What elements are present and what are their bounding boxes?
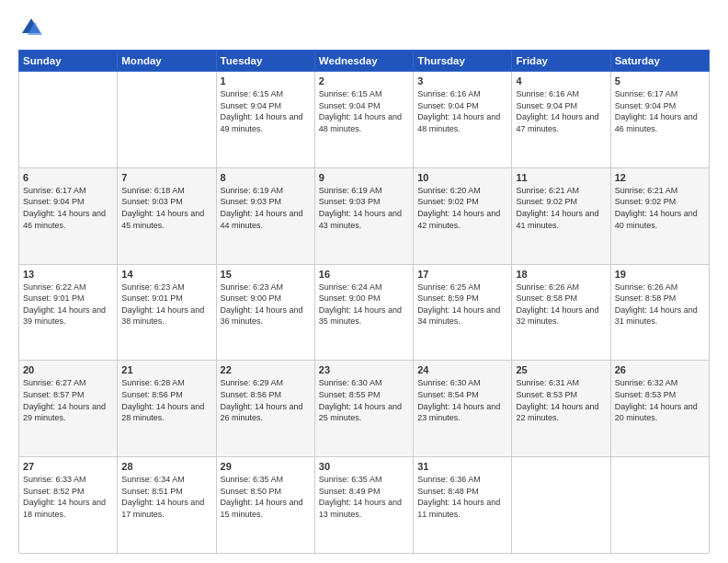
- day-cell: 9Sunrise: 6:19 AM Sunset: 9:03 PM Daylig…: [314, 167, 413, 264]
- day-number: 24: [417, 364, 507, 375]
- week-row-4: 20Sunrise: 6:27 AM Sunset: 8:57 PM Dayli…: [19, 361, 710, 457]
- day-number: 30: [319, 461, 409, 472]
- day-number: 16: [319, 269, 409, 280]
- day-info: Sunrise: 6:26 AM Sunset: 8:58 PM Dayligh…: [516, 282, 606, 327]
- day-number: 1: [221, 75, 311, 86]
- day-cell: 14Sunrise: 6:23 AM Sunset: 9:01 PM Dayli…: [118, 264, 216, 361]
- day-number: 4: [516, 75, 606, 86]
- day-info: Sunrise: 6:30 AM Sunset: 8:54 PM Dayligh…: [417, 377, 507, 423]
- day-info: Sunrise: 6:21 AM Sunset: 9:02 PM Dayligh…: [516, 185, 606, 231]
- calendar-table: SundayMondayTuesdayWednesdayThursdayFrid…: [18, 50, 710, 554]
- day-cell: 24Sunrise: 6:30 AM Sunset: 8:54 PM Dayli…: [414, 361, 512, 457]
- day-number: 7: [121, 172, 211, 183]
- day-number: 6: [23, 172, 113, 183]
- day-cell: [610, 457, 709, 554]
- day-number: 22: [221, 364, 311, 375]
- day-cell: 6Sunrise: 6:17 AM Sunset: 9:04 PM Daylig…: [19, 167, 118, 264]
- calendar-body: 1Sunrise: 6:15 AM Sunset: 9:04 PM Daylig…: [19, 72, 710, 554]
- day-info: Sunrise: 6:19 AM Sunset: 9:03 PM Dayligh…: [319, 185, 409, 231]
- day-cell: [118, 72, 216, 168]
- header: [18, 15, 710, 40]
- day-cell: 29Sunrise: 6:35 AM Sunset: 8:50 PM Dayli…: [216, 457, 314, 554]
- col-header-tuesday: Tuesday: [216, 51, 314, 72]
- day-number: 23: [319, 364, 409, 375]
- day-info: Sunrise: 6:17 AM Sunset: 9:04 PM Dayligh…: [615, 88, 705, 134]
- day-info: Sunrise: 6:24 AM Sunset: 9:00 PM Dayligh…: [319, 282, 409, 327]
- day-number: 11: [516, 172, 606, 183]
- day-info: Sunrise: 6:25 AM Sunset: 8:59 PM Dayligh…: [417, 282, 507, 327]
- page: SundayMondayTuesdayWednesdayThursdayFrid…: [0, 0, 728, 563]
- day-number: 25: [516, 364, 606, 375]
- day-info: Sunrise: 6:23 AM Sunset: 9:00 PM Dayligh…: [221, 282, 311, 327]
- day-info: Sunrise: 6:15 AM Sunset: 9:04 PM Dayligh…: [221, 88, 311, 134]
- day-info: Sunrise: 6:27 AM Sunset: 8:57 PM Dayligh…: [23, 377, 113, 423]
- day-number: 10: [417, 172, 507, 183]
- day-number: 31: [417, 461, 507, 472]
- day-info: Sunrise: 6:34 AM Sunset: 8:51 PM Dayligh…: [121, 474, 211, 520]
- day-info: Sunrise: 6:16 AM Sunset: 9:04 PM Dayligh…: [516, 88, 606, 134]
- day-cell: 4Sunrise: 6:16 AM Sunset: 9:04 PM Daylig…: [512, 72, 610, 168]
- day-cell: 26Sunrise: 6:32 AM Sunset: 8:53 PM Dayli…: [610, 361, 709, 457]
- col-header-thursday: Thursday: [414, 51, 512, 72]
- week-row-3: 13Sunrise: 6:22 AM Sunset: 9:01 PM Dayli…: [19, 264, 710, 361]
- day-cell: 1Sunrise: 6:15 AM Sunset: 9:04 PM Daylig…: [216, 72, 314, 168]
- day-info: Sunrise: 6:36 AM Sunset: 8:48 PM Dayligh…: [417, 474, 507, 520]
- day-info: Sunrise: 6:16 AM Sunset: 9:04 PM Dayligh…: [417, 88, 507, 134]
- day-info: Sunrise: 6:30 AM Sunset: 8:55 PM Dayligh…: [319, 377, 409, 423]
- day-info: Sunrise: 6:17 AM Sunset: 9:04 PM Dayligh…: [23, 185, 113, 231]
- col-header-friday: Friday: [512, 51, 610, 72]
- day-cell: 19Sunrise: 6:26 AM Sunset: 8:58 PM Dayli…: [610, 264, 709, 361]
- day-info: Sunrise: 6:35 AM Sunset: 8:50 PM Dayligh…: [221, 474, 311, 520]
- day-number: 27: [23, 461, 113, 472]
- day-info: Sunrise: 6:15 AM Sunset: 9:04 PM Dayligh…: [319, 88, 409, 134]
- day-number: 9: [319, 172, 409, 183]
- day-info: Sunrise: 6:18 AM Sunset: 9:03 PM Dayligh…: [121, 185, 211, 231]
- week-row-2: 6Sunrise: 6:17 AM Sunset: 9:04 PM Daylig…: [19, 167, 710, 264]
- day-number: 18: [516, 269, 606, 280]
- day-info: Sunrise: 6:29 AM Sunset: 8:56 PM Dayligh…: [221, 377, 311, 423]
- day-info: Sunrise: 6:20 AM Sunset: 9:02 PM Dayligh…: [417, 185, 507, 231]
- day-info: Sunrise: 6:23 AM Sunset: 9:01 PM Dayligh…: [121, 282, 211, 327]
- day-cell: 20Sunrise: 6:27 AM Sunset: 8:57 PM Dayli…: [19, 361, 118, 457]
- day-cell: 28Sunrise: 6:34 AM Sunset: 8:51 PM Dayli…: [118, 457, 216, 554]
- day-cell: [19, 72, 118, 168]
- day-cell: 2Sunrise: 6:15 AM Sunset: 9:04 PM Daylig…: [314, 72, 413, 168]
- day-number: 29: [221, 461, 311, 472]
- day-cell: 8Sunrise: 6:19 AM Sunset: 9:03 PM Daylig…: [216, 167, 314, 264]
- day-number: 3: [417, 75, 507, 86]
- day-cell: 25Sunrise: 6:31 AM Sunset: 8:53 PM Dayli…: [512, 361, 610, 457]
- day-cell: 23Sunrise: 6:30 AM Sunset: 8:55 PM Dayli…: [314, 361, 413, 457]
- day-cell: 11Sunrise: 6:21 AM Sunset: 9:02 PM Dayli…: [512, 167, 610, 264]
- col-header-monday: Monday: [118, 51, 216, 72]
- day-cell: 12Sunrise: 6:21 AM Sunset: 9:02 PM Dayli…: [610, 167, 709, 264]
- day-number: 2: [319, 75, 409, 86]
- day-cell: 22Sunrise: 6:29 AM Sunset: 8:56 PM Dayli…: [216, 361, 314, 457]
- day-cell: 31Sunrise: 6:36 AM Sunset: 8:48 PM Dayli…: [414, 457, 512, 554]
- day-info: Sunrise: 6:26 AM Sunset: 8:58 PM Dayligh…: [615, 282, 705, 327]
- day-number: 21: [121, 364, 211, 375]
- day-info: Sunrise: 6:32 AM Sunset: 8:53 PM Dayligh…: [615, 377, 705, 423]
- logo: [18, 15, 48, 40]
- logo-icon: [18, 15, 44, 40]
- day-info: Sunrise: 6:28 AM Sunset: 8:56 PM Dayligh…: [121, 377, 211, 423]
- week-row-1: 1Sunrise: 6:15 AM Sunset: 9:04 PM Daylig…: [19, 72, 710, 168]
- header-row: SundayMondayTuesdayWednesdayThursdayFrid…: [19, 51, 710, 72]
- day-cell: 18Sunrise: 6:26 AM Sunset: 8:58 PM Dayli…: [512, 264, 610, 361]
- day-number: 19: [615, 269, 705, 280]
- day-number: 5: [615, 75, 705, 86]
- day-number: 17: [417, 269, 507, 280]
- day-cell: 16Sunrise: 6:24 AM Sunset: 9:00 PM Dayli…: [314, 264, 413, 361]
- day-info: Sunrise: 6:31 AM Sunset: 8:53 PM Dayligh…: [516, 377, 606, 423]
- day-info: Sunrise: 6:21 AM Sunset: 9:02 PM Dayligh…: [615, 185, 705, 231]
- day-number: 12: [615, 172, 705, 183]
- day-number: 26: [615, 364, 705, 375]
- calendar-header: SundayMondayTuesdayWednesdayThursdayFrid…: [19, 51, 710, 72]
- day-number: 8: [221, 172, 311, 183]
- day-cell: 17Sunrise: 6:25 AM Sunset: 8:59 PM Dayli…: [414, 264, 512, 361]
- day-info: Sunrise: 6:22 AM Sunset: 9:01 PM Dayligh…: [23, 282, 113, 327]
- day-info: Sunrise: 6:19 AM Sunset: 9:03 PM Dayligh…: [221, 185, 311, 231]
- day-number: 15: [221, 269, 311, 280]
- day-cell: 21Sunrise: 6:28 AM Sunset: 8:56 PM Dayli…: [118, 361, 216, 457]
- day-info: Sunrise: 6:35 AM Sunset: 8:49 PM Dayligh…: [319, 474, 409, 520]
- day-cell: 5Sunrise: 6:17 AM Sunset: 9:04 PM Daylig…: [610, 72, 709, 168]
